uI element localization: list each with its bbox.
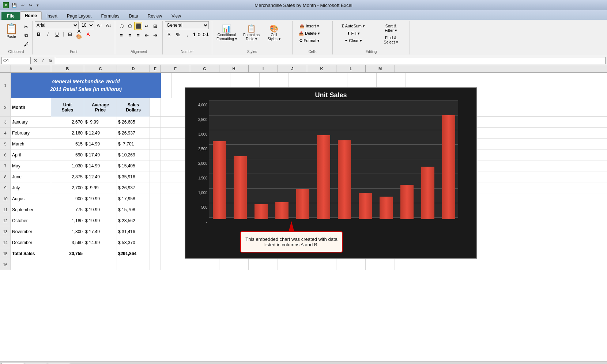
col-header-e[interactable]: E (150, 65, 161, 72)
delete-cells-btn[interactable]: 📤 Delete ▾ (295, 30, 324, 37)
merge-btn[interactable]: ⊞ (151, 22, 159, 30)
format-cells-btn[interactable]: ⚙ Format ▾ (295, 37, 324, 44)
cell-d10[interactable]: $ 17,958 (117, 193, 150, 204)
cell-c11[interactable]: $ 19.99 (84, 204, 117, 215)
cut-button[interactable]: ✂ (22, 23, 30, 31)
formula-cancel-btn[interactable]: ✕ (32, 58, 38, 63)
cell-c13[interactable]: $ 17.49 (84, 226, 117, 237)
font-color-button[interactable]: A (84, 30, 92, 38)
tab-data[interactable]: Data (124, 12, 143, 20)
cell-c10[interactable]: $ 19.99 (84, 193, 117, 204)
cell-e1[interactable] (161, 73, 172, 98)
col-header-l[interactable]: L (336, 65, 366, 72)
cell-c3[interactable]: $ 9.99 (84, 117, 117, 127)
cell-d8[interactable]: $ 35,916 (117, 171, 150, 182)
cell-a5[interactable]: March (11, 139, 51, 149)
cell-a9[interactable]: July (11, 182, 51, 193)
tab-insert[interactable]: Insert (42, 12, 62, 20)
cell-c8[interactable]: $ 12.49 (84, 171, 117, 182)
cell-b4[interactable]: 2,160 (51, 128, 84, 138)
tab-view[interactable]: View (167, 12, 186, 20)
increase-font-btn[interactable]: A↑ (95, 21, 103, 29)
tab-file[interactable]: File (1, 12, 20, 20)
align-right-btn[interactable]: ≡ (134, 31, 142, 39)
col-header-k[interactable]: K (307, 65, 336, 72)
cell-styles-btn[interactable]: 🎨 CellStyles ▾ (264, 23, 284, 45)
cell-a13[interactable]: November (11, 226, 51, 237)
cell-c14[interactable]: $ 14.99 (84, 237, 117, 248)
cell-d7[interactable]: $ 15,405 (117, 160, 150, 171)
align-top-left-btn[interactable]: ⬡ (117, 22, 125, 30)
fill-color-button[interactable]: A🎨 (75, 30, 83, 38)
cell-d13[interactable]: $ 31,416 (117, 226, 150, 237)
col-header-i[interactable]: I (249, 65, 278, 72)
cell-d2[interactable]: SalesDollars (117, 98, 150, 117)
fill-btn[interactable]: ⬇ Fill ▾ (335, 30, 372, 37)
cell-d14[interactable]: $ 53,370 (117, 237, 150, 248)
format-painter-button[interactable]: 🖌 (22, 40, 30, 48)
col-header-g[interactable]: G (190, 65, 219, 72)
formula-fn-btn[interactable]: fx (48, 58, 53, 63)
wrap-text-btn[interactable]: ↵ (143, 22, 151, 30)
cell-c15[interactable] (84, 248, 117, 259)
chart-container[interactable]: Unit Sales - 500 1,000 1,500 2,000 2,500… (185, 87, 477, 259)
cell-c12[interactable]: $ 19.99 (84, 215, 117, 226)
cell-d12[interactable]: $ 23,562 (117, 215, 150, 226)
cell-a8[interactable]: June (11, 171, 51, 182)
cell-b15[interactable]: 20,755 (51, 248, 84, 259)
cell-a7[interactable]: May (11, 160, 51, 171)
redo-quick-btn[interactable]: ↪ (27, 2, 34, 8)
clear-btn[interactable]: ✦ Clear ▾ (335, 37, 372, 44)
cell-b14[interactable]: 3,560 (51, 237, 84, 248)
cell-b3[interactable]: 2,670 (51, 117, 84, 127)
align-center-btn[interactable]: ⬛ (134, 22, 142, 30)
col-header-m[interactable]: M (366, 65, 395, 72)
tab-page-layout[interactable]: Page Layout (62, 12, 96, 20)
cell-c9[interactable]: $ 9.99 (84, 182, 117, 193)
currency-btn[interactable]: $ (165, 30, 173, 38)
comma-btn[interactable]: , (183, 30, 191, 38)
cell-b11[interactable]: 775 (51, 204, 84, 215)
cell-c6[interactable]: $ 17.49 (84, 149, 117, 160)
customize-quick-btn[interactable]: ▾ (35, 2, 40, 8)
col-header-d[interactable]: D (117, 65, 150, 72)
align-top-center-btn[interactable]: ⬡ (126, 22, 134, 30)
cell-c5[interactable]: $ 14.99 (84, 139, 117, 149)
cell-c7[interactable]: $ 14.99 (84, 160, 117, 171)
cell-a4[interactable]: February (11, 128, 51, 138)
undo-quick-btn[interactable]: ↩ (20, 2, 26, 8)
cell-d4[interactable]: $ 26,937 (117, 128, 150, 138)
formula-confirm-btn[interactable]: ✓ (40, 58, 46, 63)
cell-d15[interactable]: $291,864 (117, 248, 150, 259)
cell-b5[interactable]: 515 (51, 139, 84, 149)
align-left-btn[interactable]: ≡ (117, 31, 125, 39)
dec-inc-btn[interactable]: ⬆.0 (192, 30, 200, 38)
cell-d6[interactable]: $ 10,269 (117, 149, 150, 160)
format-as-table-btn[interactable]: 📋 Format asTable ▾ (241, 23, 263, 45)
cell-d9[interactable]: $ 26,937 (117, 182, 150, 193)
font-size-select[interactable]: 10 (80, 21, 94, 29)
indent-dec-btn[interactable]: ⇤ (143, 31, 151, 39)
cell-a2[interactable]: Month (11, 98, 51, 117)
cell-c2[interactable]: AveragePrice (84, 98, 117, 117)
cell-b9[interactable]: 2,700 (51, 182, 84, 193)
col-header-c[interactable]: C (84, 65, 117, 72)
number-format-select[interactable]: General Number Currency (165, 21, 209, 29)
autosum-btn[interactable]: Σ AutoSum ▾ (335, 23, 372, 30)
cell-a12[interactable]: October (11, 215, 51, 226)
indent-inc-btn[interactable]: ⇥ (151, 31, 159, 39)
tab-review[interactable]: Review (143, 12, 167, 20)
cell-a10[interactable]: August (11, 193, 51, 204)
cell-d5[interactable]: $ 7,701 (117, 139, 150, 149)
tab-formulas[interactable]: Formulas (96, 12, 124, 20)
save-quick-btn[interactable]: 💾 (10, 2, 18, 8)
formula-input[interactable] (55, 57, 606, 64)
table-title-cell[interactable]: General Merchandise World2011 Retail Sal… (11, 73, 161, 98)
percent-btn[interactable]: % (174, 30, 182, 38)
insert-cells-btn[interactable]: 📥 Insert ▾ (295, 23, 324, 30)
cell-e2[interactable] (150, 98, 161, 117)
cell-a6[interactable]: April (11, 149, 51, 160)
col-header-a[interactable]: A (11, 65, 51, 72)
dec-dec-btn[interactable]: .0⬇ (201, 30, 210, 38)
col-header-f[interactable]: F (161, 65, 190, 72)
